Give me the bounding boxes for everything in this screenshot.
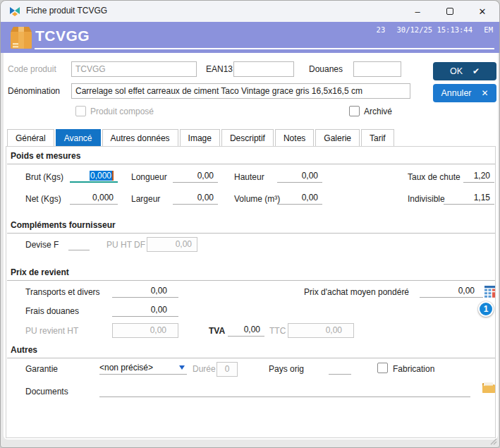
cancel-label: Annuler [441,88,471,98]
archive-checkbox[interactable] [349,106,360,116]
denomination-label: Dénomination [8,86,60,96]
product-code-title: TCVGG [35,28,90,44]
volume-input[interactable]: 0,00 [277,192,322,205]
maximize-button[interactable] [434,1,466,22]
ok-label: OK [450,66,463,76]
taux-de-chute-input[interactable]: 1,20 [463,170,494,183]
brut-value: 0,000 [90,171,114,181]
hauteur-label: Hauteur [234,172,264,182]
duree-label: Durée [193,364,216,374]
chevron-down-icon [179,365,185,370]
ean13-input[interactable] [233,61,294,77]
transports-label: Transports et divers [25,287,100,297]
tab-descriptif[interactable]: Descriptif [221,129,274,147]
denomination-input[interactable] [71,83,410,99]
pu-revient-ht-input: 0,00 [112,323,178,338]
close-icon: ✕ [479,6,487,17]
record-header: TCVGG 23 30/12/25 15:13:44 EM [1,22,499,53]
longueur-input[interactable]: 0,00 [173,170,218,183]
title-bar: Fiche produit TCVGG – ✕ [1,1,499,22]
tva-input[interactable]: 0,00 [228,324,264,337]
garantie-value: <non précisé> [99,363,153,373]
brut-label: Brut (Kgs) [25,172,63,182]
pu-ht-df-label: PU HT DF [106,240,145,250]
close-button[interactable]: ✕ [466,1,499,22]
douanes-input[interactable] [353,61,401,77]
tab-autres-donnees[interactable]: Autres données [102,129,178,147]
minimize-button[interactable]: – [401,1,434,22]
largeur-input[interactable]: 0,00 [173,192,218,205]
maximize-icon [446,8,453,15]
cancel-button[interactable]: Annuler ✕ [433,84,496,102]
ean13-label: EAN13 [206,64,233,74]
package-box-icon [8,25,35,50]
duree-input: 0 [217,362,238,377]
record-datetime: 30/12/25 15:13:44 [397,25,472,34]
code-produit-label: Code produit [8,64,56,74]
ttc-input: 0,00 [288,323,354,338]
pamp-input[interactable]: 0,00 [420,285,483,298]
fabrication-label: Fabrication [393,364,434,374]
garantie-label: Garantie [25,364,58,374]
tab-image[interactable]: Image [180,129,220,147]
devise-f-input[interactable] [68,238,90,250]
ttc-label: TTC [269,326,286,336]
archive-label: Archivé [364,107,392,116]
brut-input[interactable]: 0,000 [70,170,118,183]
indivisible-input[interactable]: 1,15 [444,192,494,205]
section-title-prix-de-revient: Prix de revient [11,267,69,277]
ok-button[interactable]: OK ✔ [433,62,496,80]
cross-icon: ✕ [482,88,489,98]
annotation-badge-1: 1 [478,301,494,317]
tab-bar: Général Avancé Autres données Image Desc… [7,129,396,147]
pays-orig-label: Pays orig [269,364,304,374]
pu-revient-ht-label: PU revient HT [25,326,78,336]
frais-douanes-input[interactable]: 0,00 [112,304,178,317]
net-input[interactable]: 0,000 [70,192,118,205]
tab-avance[interactable]: Avancé [56,129,101,147]
pamp-label: Prix d'achat moyen pondéré [304,287,409,297]
folder-icon[interactable] [482,382,496,394]
transports-input[interactable]: 0,00 [112,285,178,298]
calculator-icon[interactable] [484,286,495,298]
section-divider [7,358,495,358]
hauteur-input[interactable]: 0,00 [277,170,322,183]
header-meta: 23 30/12/25 15:13:44 EM [370,25,493,34]
code-produit-input[interactable] [71,61,197,77]
pays-orig-input[interactable] [329,362,351,375]
devise-f-label: Devise F [25,240,59,250]
pu-ht-df-input: 0,00 [147,237,197,252]
tab-notes[interactable]: Notes [275,129,314,147]
user-initials: EM [484,25,493,34]
volume-label: Volume (m³) [234,194,280,204]
frais-douanes-label: Frais douanes [25,306,79,316]
garantie-dropdown[interactable]: <non précisé> [99,362,187,375]
section-divider [7,233,495,234]
longueur-label: Longueur [131,172,167,182]
tab-general[interactable]: Général [7,129,54,147]
title-underline [35,48,494,49]
section-divider [7,280,495,281]
resize-grip[interactable] [489,437,497,445]
product-sheet-window: Fiche produit TCVGG – ✕ TCVGG 23 30/12/2… [0,0,500,448]
check-icon: ✔ [472,66,480,76]
tab-galerie[interactable]: Galerie [315,129,360,147]
indivisible-label: Indivisible [408,194,445,204]
tab-tarif[interactable]: Tarif [361,129,394,147]
documents-label: Documents [25,387,68,396]
app-logo-icon [9,6,20,17]
fabrication-checkbox[interactable] [377,363,388,373]
douanes-label: Douanes [309,64,343,74]
tva-label: TVA [209,326,225,336]
form-card: Code produit EAN13 Douanes OK ✔ Dénomina… [4,53,498,440]
taux-de-chute-label: Taux de chute [408,172,461,182]
section-divider [7,164,495,164]
net-label: Net (Kgs) [25,194,61,204]
documents-input[interactable] [99,385,470,397]
record-counter: 23 [377,25,386,34]
section-title-poids-et-mesures: Poids et mesures [11,151,80,161]
section-title-complements-fournisseur: Compléments fournisseur [11,220,116,230]
produit-compose-checkbox[interactable] [75,106,86,116]
largeur-label: Largeur [131,194,160,204]
produit-compose-label: Produit composé [90,107,154,116]
